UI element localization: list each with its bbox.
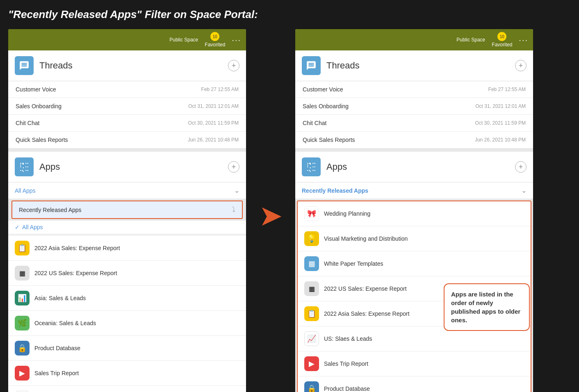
top-bar-right: Public Space 10 Favorited ···: [295, 29, 533, 50]
right-panel: Public Space 10 Favorited ··· Threads + …: [295, 29, 533, 392]
app-icon-us-expense: ▦: [15, 266, 30, 280]
favorited-button[interactable]: 10 Favorited: [205, 32, 225, 48]
checkmark-icon: ✓: [15, 224, 20, 230]
apps-filter-row-left[interactable]: All Apps ⌄: [8, 182, 246, 199]
apps-icon-left: [15, 157, 34, 176]
apps-filter-label-left: All Apps: [15, 187, 36, 194]
thread-row[interactable]: Sales Onboarding Oct 31, 2021 12:01 AM: [8, 98, 246, 115]
app-row[interactable]: 🔒 Product Database: [8, 336, 246, 361]
threads-title: Threads: [39, 60, 228, 71]
apps-title-left: Apps: [39, 162, 228, 172]
apps-icon-right: [302, 157, 321, 176]
app-row[interactable]: 💡 Visual Marketing and Distribution: [298, 226, 531, 251]
app-row[interactable]: 🌿 Oceania: Sales & Leads: [8, 311, 246, 336]
apps-filter-label-right: Recently Released Apps: [302, 187, 368, 194]
app-row[interactable]: 📋 2022 Asia Sales: Expense Report: [8, 236, 246, 261]
thread-row[interactable]: Chit Chat Oct 30, 2021 11:59 PM: [295, 115, 533, 132]
public-space-button-right[interactable]: Public Space: [456, 37, 485, 43]
chevron-down-icon-right: ⌄: [521, 187, 527, 194]
top-bar-left: Public Space 10 Favorited ···: [8, 29, 246, 50]
more-options-button-right[interactable]: ···: [519, 35, 528, 45]
right-arrow-icon: ➤: [259, 201, 283, 230]
right-arrow-container: ➤: [246, 29, 295, 230]
app-icon-asia-expense: 📋: [15, 241, 30, 255]
app-icon-asia-expense-right: 📋: [304, 306, 319, 321]
app-icon-wedding: 🎀: [304, 206, 319, 221]
app-icon-product-right: 🔒: [304, 381, 319, 392]
cursor-icon: ⤵: [232, 205, 235, 214]
app-icon-visual: 💡: [304, 231, 319, 246]
public-space-label: Public Space: [169, 37, 198, 43]
app-icon-whitepaper: ▦: [304, 256, 319, 271]
all-apps-check-label: All Apps: [22, 224, 43, 230]
public-space-button[interactable]: Public Space: [169, 37, 198, 43]
app-row[interactable]: ▦ 2022 US Sales: Expense Report: [8, 261, 246, 286]
app-icon-oceania: 🌿: [15, 316, 30, 330]
page-title: "Recently Released Apps" Filter on Space…: [8, 8, 571, 21]
favorited-icon-right: 10: [497, 32, 506, 41]
threads-list-right: Customer Voice Feb 27 12:55 AM Sales Onb…: [295, 81, 533, 148]
apps-header-left: Apps +: [8, 152, 246, 182]
threads-title-right: Threads: [326, 60, 515, 71]
favorited-button-right[interactable]: 10 Favorited: [492, 32, 512, 48]
apps-section-right: Apps + Recently Released Apps ⌄ 🎀 Weddin…: [295, 152, 533, 392]
app-row[interactable]: ▶ Sales Trip Report: [298, 351, 531, 376]
annotation-box: Apps are listed in the order of newly pu…: [444, 283, 530, 331]
thread-row[interactable]: Quick Sales Reports Jun 26, 2021 10:48 P…: [295, 132, 533, 148]
thread-row[interactable]: Customer Voice Feb 27 12:55 AM: [8, 81, 246, 98]
app-icon-product: 🔒: [15, 341, 30, 356]
app-row[interactable]: ▶ Sales Trip Report: [8, 361, 246, 386]
app-row[interactable]: ▦ White Paper Templates: [298, 251, 531, 276]
threads-icon: [15, 56, 34, 75]
all-apps-check-row[interactable]: ✓ All Apps: [8, 221, 246, 234]
left-panel: Public Space 10 Favorited ··· Threads + …: [8, 29, 246, 392]
app-icon-asia-leads: 📊: [15, 291, 30, 305]
favorited-icon: 10: [210, 32, 219, 41]
thread-row[interactable]: Sales Onboarding Oct 31, 2021 12:01 AM: [295, 98, 533, 115]
apps-header-right: Apps +: [295, 152, 533, 182]
thread-row[interactable]: Customer Voice Feb 27 12:55 AM: [295, 81, 533, 98]
apps-filter-row-right[interactable]: Recently Released Apps ⌄: [295, 182, 533, 199]
chevron-down-icon: ⌄: [234, 187, 239, 194]
app-row[interactable]: 🔒 Product Database: [298, 376, 531, 392]
threads-icon-right: [302, 56, 321, 75]
apps-title-right: Apps: [326, 162, 515, 172]
app-row[interactable]: 📈 US: Slaes & Leads: [8, 386, 246, 392]
apps-add-button-left[interactable]: +: [228, 161, 239, 173]
app-row[interactable]: 🎀 Wedding Planning: [298, 201, 531, 226]
app-row[interactable]: 📊 Asia: Sales & Leads: [8, 286, 246, 311]
more-options-button[interactable]: ···: [232, 35, 241, 45]
recently-released-dropdown-item[interactable]: Recently Released Apps ⤵: [11, 201, 243, 219]
app-icon-sales-trip: ▶: [15, 366, 30, 381]
annotation-text: Apps are listed in the order of newly pu…: [451, 291, 520, 324]
app-icon-us-expense-right: ▦: [304, 281, 319, 296]
threads-add-button[interactable]: +: [228, 60, 239, 71]
thread-row[interactable]: Chit Chat Oct 30, 2021 11:59 PM: [8, 115, 246, 132]
threads-header: Threads +: [8, 50, 246, 81]
public-space-label-right: Public Space: [456, 37, 485, 43]
thread-row[interactable]: Quick Sales Reports Jun 26, 2021 10:48 P…: [8, 132, 246, 148]
threads-list: Customer Voice Feb 27 12:55 AM Sales Onb…: [8, 81, 246, 148]
app-icon-sales-trip-right: ▶: [304, 356, 319, 371]
apps-add-button-right[interactable]: +: [515, 161, 527, 173]
apps-section-left: Apps + All Apps ⌄ Recently Released Apps…: [8, 152, 246, 392]
threads-add-button-right[interactable]: +: [515, 60, 527, 71]
threads-header-right: Threads +: [295, 50, 533, 81]
app-icon-us-leads-right: 📈: [304, 331, 319, 346]
